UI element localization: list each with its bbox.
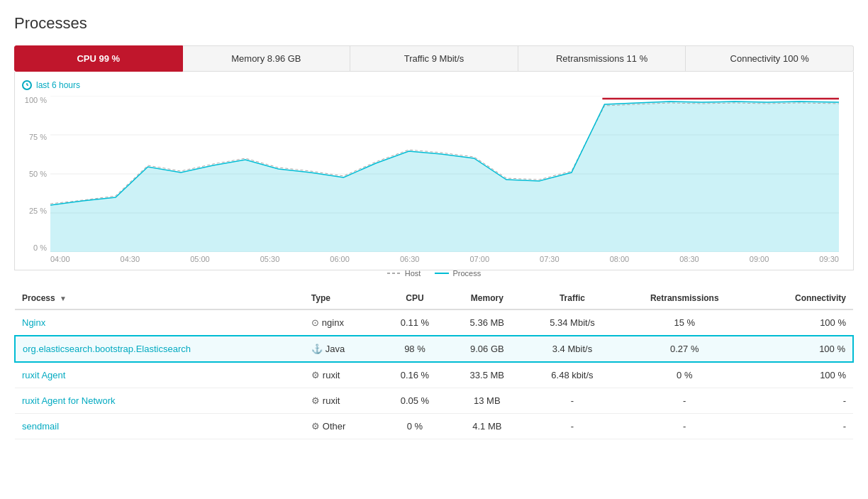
x-label-0430: 04:30 bbox=[121, 255, 140, 263]
table-row: ruxit Agent⚙ruxit0.16 %33.5 MB6.48 kbit/… bbox=[15, 362, 853, 388]
type-icon: ⚙ bbox=[311, 370, 320, 380]
y-label-50: 50 % bbox=[22, 170, 47, 178]
cell-memory: 9.06 GB bbox=[449, 336, 525, 362]
table-row: Nginx⊙nginx0.11 %5.36 MB5.34 Mbit/s15 %1… bbox=[15, 309, 853, 336]
process-link[interactable]: ruxit Agent for Network bbox=[22, 395, 116, 406]
col-header-traffic: Traffic bbox=[525, 287, 619, 309]
tab-connectivity[interactable]: Connectivity 100 % bbox=[686, 45, 854, 72]
legend-process: Process bbox=[435, 269, 481, 278]
time-range-label: last 6 hours bbox=[36, 80, 80, 90]
cell-type: ⚙Other bbox=[304, 414, 381, 439]
cell-traffic: 5.34 Mbit/s bbox=[525, 309, 619, 336]
table-row: sendmail⚙Other0 %4.1 MB--- bbox=[15, 414, 853, 439]
col-header-process[interactable]: Process ▼ bbox=[15, 287, 304, 309]
legend-host-line bbox=[387, 273, 401, 274]
cell-retransmissions: 0 % bbox=[619, 362, 750, 388]
table-body: Nginx⊙nginx0.11 %5.36 MB5.34 Mbit/s15 %1… bbox=[15, 309, 853, 439]
cell-traffic: - bbox=[525, 414, 619, 439]
cell-connectivity: 100 % bbox=[750, 309, 854, 336]
legend-process-label: Process bbox=[452, 269, 481, 278]
cell-traffic: 6.48 kbit/s bbox=[525, 362, 619, 388]
cell-cpu: 0 % bbox=[381, 414, 449, 439]
table-header-row: Process ▼ Type CPU Memory Traffic Retran… bbox=[15, 287, 853, 309]
legend-process-line bbox=[435, 273, 449, 274]
cell-memory: 13 MB bbox=[449, 388, 525, 414]
type-icon: ⚙ bbox=[311, 395, 320, 406]
process-link[interactable]: org.elasticsearch.bootstrap.Elasticsearc… bbox=[23, 344, 191, 354]
cell-cpu: 0.16 % bbox=[381, 362, 449, 388]
cell-type: ⚙ruxit bbox=[304, 388, 381, 414]
cell-retransmissions: - bbox=[619, 388, 750, 414]
cell-retransmissions: 0.27 % bbox=[619, 336, 750, 362]
tab-retransmissions[interactable]: Retransmissions 11 % bbox=[518, 45, 686, 72]
cell-cpu: 0.05 % bbox=[381, 388, 449, 414]
cell-cpu: 0.11 % bbox=[381, 309, 449, 336]
type-icon: ⚓ bbox=[311, 344, 323, 354]
cell-type: ⚙ruxit bbox=[304, 362, 381, 388]
cell-type: ⊙nginx bbox=[304, 309, 381, 336]
x-axis: 04:00 04:30 05:00 05:30 06:00 06:30 07:0… bbox=[50, 255, 839, 263]
y-axis: 100 % 75 % 50 % 25 % 0 % bbox=[22, 96, 47, 252]
metric-tabs: CPU 99 % Memory 8.96 GB Traffic 9 Mbit/s… bbox=[14, 45, 854, 72]
cell-cpu: 98 % bbox=[381, 336, 449, 362]
x-label-0530: 05:30 bbox=[260, 255, 280, 263]
y-label-25: 25 % bbox=[22, 207, 47, 215]
process-table: Process ▼ Type CPU Memory Traffic Retran… bbox=[14, 287, 854, 439]
y-label-0: 0 % bbox=[22, 243, 47, 252]
x-label-0500: 05:00 bbox=[190, 255, 210, 263]
col-header-retransmissions: Retransmissions bbox=[619, 287, 750, 309]
process-table-section: Process ▼ Type CPU Memory Traffic Retran… bbox=[14, 287, 854, 439]
tab-traffic[interactable]: Traffic 9 Mbit/s bbox=[350, 45, 518, 72]
process-link[interactable]: sendmail bbox=[22, 421, 59, 432]
cell-connectivity: 100 % bbox=[750, 336, 854, 362]
x-label-0900: 09:00 bbox=[750, 255, 769, 263]
legend-host-label: Host bbox=[405, 269, 421, 278]
svg-marker-8 bbox=[50, 102, 839, 252]
page-title: Processes bbox=[14, 14, 854, 33]
x-label-0400: 04:00 bbox=[50, 255, 70, 263]
col-header-memory: Memory bbox=[449, 287, 525, 309]
table-row: org.elasticsearch.bootstrap.Elasticsearc… bbox=[15, 336, 853, 362]
table-row: ruxit Agent for Network⚙ruxit0.05 %13 MB… bbox=[15, 388, 853, 414]
x-label-0600: 06:00 bbox=[330, 255, 350, 263]
cell-process: sendmail bbox=[15, 414, 304, 439]
x-label-0800: 08:00 bbox=[610, 255, 630, 263]
x-label-0700: 07:00 bbox=[469, 255, 489, 263]
col-header-connectivity: Connectivity bbox=[750, 287, 854, 309]
col-header-type: Type bbox=[304, 287, 381, 309]
chart-header: last 6 hours bbox=[22, 80, 846, 90]
cell-traffic: 3.4 Mbit/s bbox=[525, 336, 619, 362]
col-header-cpu: CPU bbox=[381, 287, 449, 309]
cell-retransmissions: - bbox=[619, 414, 750, 439]
cell-type: ⚓Java bbox=[304, 336, 381, 362]
cell-process: org.elasticsearch.bootstrap.Elasticsearc… bbox=[15, 336, 304, 362]
clock-icon bbox=[22, 80, 32, 90]
cell-retransmissions: 15 % bbox=[619, 309, 750, 336]
tab-cpu[interactable]: CPU 99 % bbox=[14, 45, 183, 72]
type-icon: ⚙ bbox=[311, 421, 320, 432]
chart-area: 100 % 75 % 50 % 25 % 0 % bbox=[50, 96, 839, 252]
x-label-0730: 07:30 bbox=[540, 255, 560, 263]
cell-traffic: - bbox=[525, 388, 619, 414]
cell-process: ruxit Agent for Network bbox=[15, 388, 304, 414]
x-label-0930: 09:30 bbox=[819, 255, 839, 263]
y-label-75: 75 % bbox=[22, 133, 47, 141]
cell-memory: 4.1 MB bbox=[449, 414, 525, 439]
cell-memory: 5.36 MB bbox=[449, 309, 525, 336]
cell-connectivity: - bbox=[750, 414, 854, 439]
cell-process: ruxit Agent bbox=[15, 362, 304, 388]
cell-connectivity: 100 % bbox=[750, 362, 854, 388]
chart-container: last 6 hours 100 % 75 % 50 % 25 % 0 % bbox=[14, 72, 854, 270]
x-label-0630: 06:30 bbox=[400, 255, 420, 263]
chart-svg bbox=[50, 96, 839, 252]
type-icon: ⊙ bbox=[311, 317, 319, 328]
legend-host: Host bbox=[387, 269, 421, 278]
sort-arrow-icon: ▼ bbox=[60, 295, 67, 302]
cell-process: Nginx bbox=[15, 309, 304, 336]
tab-memory[interactable]: Memory 8.96 GB bbox=[183, 45, 351, 72]
process-link[interactable]: Nginx bbox=[22, 317, 45, 328]
chart-legend: Host Process bbox=[22, 269, 846, 278]
process-link[interactable]: ruxit Agent bbox=[22, 370, 65, 380]
cell-connectivity: - bbox=[750, 388, 854, 414]
x-label-0830: 08:30 bbox=[679, 255, 699, 263]
